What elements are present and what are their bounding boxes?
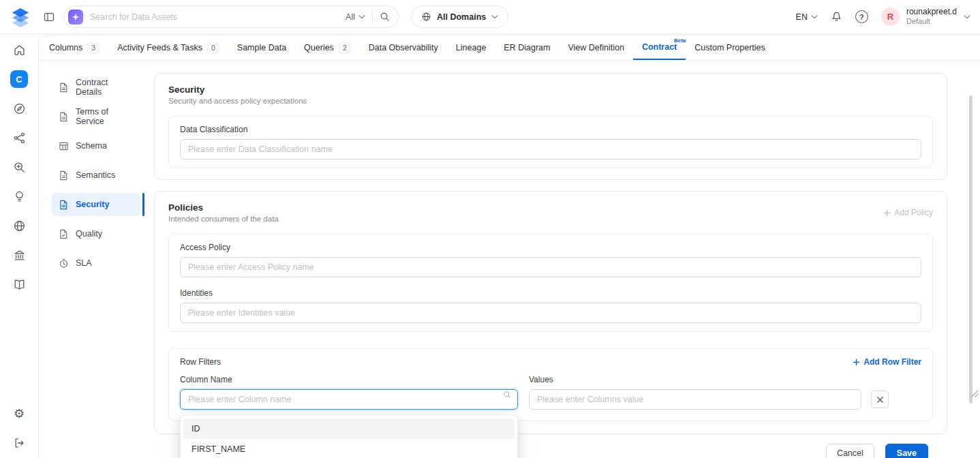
rail-item-insights[interactable] — [8, 185, 30, 207]
tab-view-definition[interactable]: View Definition — [559, 35, 632, 60]
globe-icon — [13, 219, 26, 232]
domains-label: All Domains — [437, 12, 486, 22]
tab-label: Sample Data — [237, 43, 286, 52]
rail-item-glossary[interactable] — [8, 273, 30, 295]
nav-item-quality[interactable]: Quality — [52, 222, 140, 245]
remove-row-filter-button[interactable] — [871, 391, 889, 408]
rail-item-governance[interactable] — [8, 244, 30, 266]
tab-lineage[interactable]: Lineage — [447, 35, 495, 60]
globe-icon — [421, 12, 431, 22]
language-dropdown[interactable]: EN — [796, 12, 818, 22]
rail-item-collate-app[interactable]: C — [8, 68, 30, 90]
rail-item-explore[interactable] — [8, 97, 30, 119]
app-rail: C — [0, 34, 38, 458]
rail-item-lineage[interactable] — [8, 127, 30, 149]
search-scope-dropdown[interactable]: All — [346, 12, 365, 22]
question-icon: ? — [859, 13, 864, 21]
search-scope-label: All — [346, 12, 355, 22]
compass-icon — [13, 102, 26, 115]
rail-item-logout[interactable] — [8, 432, 30, 454]
ai-assistant-button[interactable] — [68, 10, 83, 25]
security-panel: Security Security and access policy expe… — [154, 73, 947, 458]
access-policy-input[interactable] — [180, 257, 921, 277]
tab-label: Contract — [642, 42, 677, 52]
notifications-button[interactable] — [831, 11, 842, 22]
dropdown-option-id[interactable]: ID — [183, 418, 515, 439]
logo-icon — [10, 7, 31, 27]
tab-label: View Definition — [568, 43, 624, 52]
tab-data-observability[interactable]: Data Observability — [360, 35, 447, 60]
vertical-scrollbar[interactable] — [969, 95, 973, 403]
tab-count-badge: 3 — [87, 42, 99, 54]
tab-er-diagram[interactable]: ER Diagram — [495, 35, 559, 60]
search-input[interactable] — [90, 12, 346, 22]
nav-item-terms-of-service[interactable]: Terms of Service — [52, 105, 140, 128]
clock-icon — [59, 258, 69, 269]
resize-grip-icon[interactable] — [971, 390, 979, 397]
nav-item-label: SLA — [76, 258, 92, 268]
tab-contract[interactable]: Contract Beta — [633, 35, 686, 60]
document-icon — [59, 112, 69, 122]
rail-item-settings[interactable]: ⚙ — [8, 403, 30, 425]
nav-item-security[interactable]: Security — [52, 193, 140, 216]
values-input[interactable] — [529, 389, 861, 410]
search-icon — [380, 12, 390, 22]
dropdown-option-first-name[interactable]: FIRST_NAME — [183, 439, 515, 458]
logout-icon — [13, 437, 25, 449]
rail-item-domains[interactable] — [8, 215, 30, 236]
tab-label: Lineage — [456, 43, 487, 52]
tab-custom-properties[interactable]: Custom Properties — [686, 35, 774, 60]
plus-icon — [883, 209, 891, 217]
document-icon — [59, 82, 69, 93]
tab-label: Queries — [304, 43, 334, 52]
shield-document-icon — [59, 200, 69, 210]
table-icon — [59, 141, 69, 151]
column-name-input[interactable] — [180, 389, 518, 410]
section-title: Policies — [168, 202, 279, 213]
help-button[interactable]: ? — [855, 10, 868, 23]
save-button[interactable]: Save — [885, 444, 928, 458]
book-icon — [13, 278, 26, 291]
lightbulb-icon — [13, 190, 26, 203]
row-filters-label: Row Filters — [180, 357, 221, 367]
rail-item-home[interactable] — [8, 39, 30, 61]
policies-header: Policies Intended consumers of the data … — [168, 202, 933, 223]
language-label: EN — [796, 12, 808, 22]
data-classification-input[interactable] — [180, 139, 921, 159]
search-icon — [503, 391, 511, 399]
section-subtitle: Security and access policy expectations — [168, 97, 933, 105]
classification-box: Data Classification — [168, 116, 933, 168]
rail-item-discovery[interactable] — [8, 156, 30, 178]
nav-item-schema[interactable]: Schema — [52, 134, 140, 157]
sidebar-toggle-button[interactable] — [43, 11, 55, 23]
nav-item-semantics[interactable]: Semantics — [52, 164, 140, 187]
contract-content: Contract Details Terms of Service Schema — [39, 61, 980, 458]
access-policy-box: Access Policy Identities — [168, 234, 933, 332]
tab-label: Data Observability — [369, 43, 438, 52]
tab-queries[interactable]: Queries 2 — [295, 35, 360, 60]
global-search-bar[interactable]: All — [63, 5, 399, 28]
nav-item-label: Semantics — [76, 170, 115, 180]
domains-dropdown[interactable]: All Domains — [411, 5, 508, 28]
gear-icon: ⚙ — [14, 408, 25, 420]
search-submit-button[interactable] — [380, 12, 390, 22]
avatar: R — [881, 7, 900, 26]
tab-columns[interactable]: Columns 3 — [40, 35, 108, 60]
graph-nodes-icon — [13, 132, 26, 144]
user-menu[interactable]: R rounakpreet.d Default — [881, 7, 970, 27]
add-policy-button[interactable]: Add Policy — [883, 208, 933, 217]
add-row-filter-button[interactable]: Add Row Filter — [853, 357, 921, 367]
nav-item-label: Security — [76, 200, 109, 209]
header-right: EN ? R rounakpreet.d Default — [796, 7, 970, 27]
nav-item-sla[interactable]: SLA — [52, 251, 140, 275]
add-row-filter-label: Add Row Filter — [863, 357, 921, 367]
nav-item-contract-details[interactable]: Contract Details — [52, 76, 140, 99]
user-info: rounakpreet.d Default — [906, 7, 957, 27]
user-name: rounakpreet.d — [906, 7, 957, 17]
identities-input[interactable] — [180, 303, 921, 323]
cancel-button[interactable]: Cancel — [826, 444, 874, 458]
avatar-initial: R — [887, 12, 893, 22]
app-logo[interactable] — [10, 7, 31, 27]
tab-activity-feeds[interactable]: Activity Feeds & Tasks 0 — [108, 35, 228, 60]
tab-sample-data[interactable]: Sample Data — [228, 35, 295, 60]
